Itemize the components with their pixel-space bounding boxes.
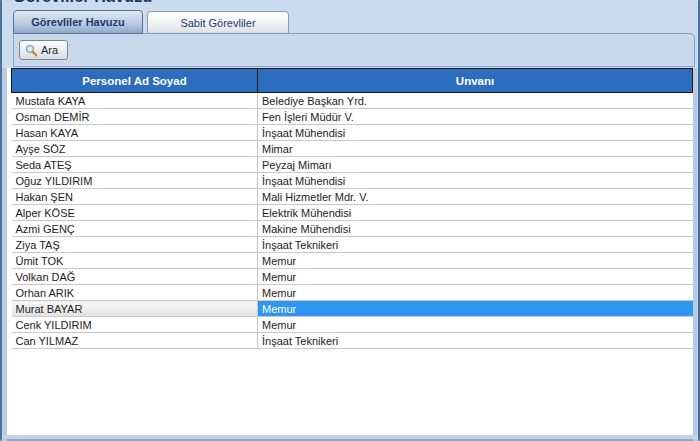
personnel-name-cell[interactable]: Oğuz YILDIRIM <box>12 173 258 189</box>
table-row[interactable]: Hasan KAYA İnşaat Mühendisi <box>12 125 693 141</box>
title-cell[interactable]: Memur <box>258 269 693 285</box>
personnel-name-cell[interactable]: Cenk YILDIRIM <box>12 317 258 333</box>
personnel-table: Personel Ad Soyad Unvanı Mustafa KAYA Be… <box>11 68 693 349</box>
personnel-name-cell[interactable]: Alper KÖSE <box>12 205 258 221</box>
table-row[interactable]: Oğuz YILDIRIM İnşaat Mühendisi <box>12 173 693 189</box>
personnel-name-cell[interactable]: Mustafa KAYA <box>12 93 258 109</box>
bottom-border-strip <box>2 435 698 439</box>
personnel-name-cell[interactable]: Hakan ŞEN <box>12 189 258 205</box>
personnel-name-cell[interactable]: Ayşe SÖZ <box>12 141 258 157</box>
personnel-name-cell[interactable]: Seda ATEŞ <box>12 157 258 173</box>
title-cell[interactable]: Memur <box>258 317 693 333</box>
column-header-unvani[interactable]: Unvanı <box>258 69 693 93</box>
tab-label: Sabit Görevliler <box>180 17 255 29</box>
title-cell[interactable]: Memur <box>258 301 693 317</box>
table-row[interactable]: Ümit TOK Memur <box>12 253 693 269</box>
header-zone: Görevliler Havuzu Görevliler Havuzu Sabi… <box>2 0 698 68</box>
title-cell[interactable]: İnşaat Mühendisi <box>258 125 693 141</box>
table-row[interactable]: Hakan ŞEN Mali Hizmetler Mdr. V. <box>12 189 693 205</box>
column-header-personel-ad-soyad[interactable]: Personel Ad Soyad <box>12 69 258 93</box>
personnel-name-cell[interactable]: Azmi GENÇ <box>12 221 258 237</box>
personnel-name-cell[interactable]: Ziya TAŞ <box>12 237 258 253</box>
personnel-name-cell[interactable]: Ümit TOK <box>12 253 258 269</box>
title-cell[interactable]: Mimar <box>258 141 693 157</box>
table-row[interactable]: Ziya TAŞ İnşaat Teknikeri <box>12 237 693 253</box>
table-row[interactable]: Can YILMAZ İnşaat Teknikeri <box>12 333 693 349</box>
table-body: Mustafa KAYA Belediye Başkan Yrd. Osman … <box>12 93 693 349</box>
tab-sabit-gorevliler[interactable]: Sabit Görevliler <box>147 11 289 34</box>
title-cell[interactable]: Fen İşleri Müdür V. <box>258 109 693 125</box>
page-title: Görevliler Havuzu <box>13 0 413 7</box>
tab-label: Görevliler Havuzu <box>31 16 125 28</box>
personnel-name-cell[interactable]: Murat BAYAR <box>12 301 258 317</box>
personnel-name-cell[interactable]: Osman DEMİR <box>12 109 258 125</box>
title-cell[interactable]: İnşaat Mühendisi <box>258 173 693 189</box>
table-row[interactable]: Volkan DAĞ Memur <box>12 269 693 285</box>
personnel-name-cell[interactable]: Volkan DAĞ <box>12 269 258 285</box>
search-button-label: Ara <box>41 44 58 56</box>
magnifier-icon <box>25 44 38 57</box>
table-row[interactable]: Mustafa KAYA Belediye Başkan Yrd. <box>12 93 693 109</box>
tab-gorevliler-havuzu[interactable]: Görevliler Havuzu <box>13 10 143 34</box>
table-row[interactable]: Murat BAYAR Memur <box>12 301 693 317</box>
title-cell[interactable]: Memur <box>258 285 693 301</box>
table-row[interactable]: Cenk YILDIRIM Memur <box>12 317 693 333</box>
title-cell[interactable]: Memur <box>258 253 693 269</box>
toolbar-panel: Ara <box>13 33 695 67</box>
title-cell[interactable]: İnşaat Teknikeri <box>258 237 693 253</box>
title-cell[interactable]: İnşaat Teknikeri <box>258 333 693 349</box>
personnel-name-cell[interactable]: Can YILMAZ <box>12 333 258 349</box>
search-button[interactable]: Ara <box>19 40 68 60</box>
table-row[interactable]: Alper KÖSE Elektrik Mühendisi <box>12 205 693 221</box>
personnel-name-cell[interactable]: Orhan ARIK <box>12 285 258 301</box>
title-cell[interactable]: Makine Mühendisi <box>258 221 693 237</box>
title-cell[interactable]: Belediye Başkan Yrd. <box>258 93 693 109</box>
table-row[interactable]: Ayşe SÖZ Mimar <box>12 141 693 157</box>
table-row[interactable]: Azmi GENÇ Makine Mühendisi <box>12 221 693 237</box>
personnel-name-cell[interactable]: Hasan KAYA <box>12 125 258 141</box>
title-cell[interactable]: Mali Hizmetler Mdr. V. <box>258 189 693 205</box>
table-row[interactable]: Seda ATEŞ Peyzaj Mimarı <box>12 157 693 173</box>
title-cell[interactable]: Peyzaj Mimarı <box>258 157 693 173</box>
table-row[interactable]: Orhan ARIK Memur <box>12 285 693 301</box>
title-cell[interactable]: Elektrik Mühendisi <box>258 205 693 221</box>
table-row[interactable]: Osman DEMİR Fen İşleri Müdür V. <box>12 109 693 125</box>
table-header-row: Personel Ad Soyad Unvanı <box>12 69 693 93</box>
